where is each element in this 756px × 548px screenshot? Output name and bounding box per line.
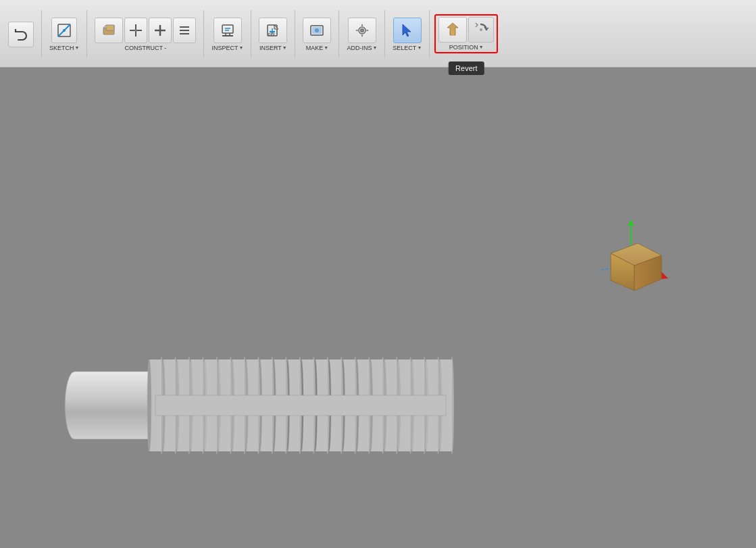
position-group: POSITION ▼ Revert: [434, 14, 498, 53]
add-ins-group: ADD-INS ▼: [344, 15, 380, 53]
worm-gear-model: [14, 270, 486, 527]
separator-8: [429, 10, 430, 57]
svg-line-5: [103, 25, 106, 28]
inspect-button[interactable]: [213, 18, 242, 43]
construct-button-4[interactable]: [173, 18, 196, 43]
svg-point-31: [480, 28, 482, 31]
svg-rect-15: [222, 25, 233, 33]
add-ins-button[interactable]: [348, 18, 376, 43]
svg-marker-107: [661, 272, 668, 279]
separator-3: [203, 10, 204, 57]
svg-rect-4: [106, 25, 114, 30]
select-label[interactable]: SELECT ▼: [393, 45, 422, 51]
orientation-cube[interactable]: [587, 216, 675, 311]
svg-point-29: [361, 29, 363, 32]
make-group: MAKE ▼: [300, 15, 334, 53]
svg-point-101: [147, 359, 151, 451]
toolbar: SKETCH ▼: [0, 0, 756, 68]
separator-4: [251, 10, 251, 57]
sketch-label[interactable]: SKETCH ▼: [49, 45, 79, 51]
separator-2: [86, 10, 87, 57]
make-button[interactable]: [303, 18, 331, 43]
separator-1: [41, 10, 42, 57]
svg-rect-103: [155, 395, 446, 416]
inspect-label[interactable]: INSPECT ▼: [211, 45, 243, 51]
undo-group: [5, 19, 36, 49]
svg-point-2: [63, 29, 66, 32]
svg-marker-105: [628, 220, 634, 226]
construct-label[interactable]: CONSTRUCT -: [125, 45, 167, 51]
svg-text:DXF: DXF: [268, 32, 275, 36]
construct-button-2[interactable]: [124, 18, 147, 43]
add-ins-label[interactable]: ADD-INS ▼: [347, 45, 377, 51]
separator-6: [338, 10, 339, 57]
sketch-group: SKETCH ▼: [47, 15, 82, 53]
svg-point-26: [315, 28, 319, 32]
select-group: SELECT ▼: [390, 15, 424, 53]
separator-5: [295, 10, 295, 57]
sketch-button[interactable]: [51, 18, 77, 43]
svg-point-9: [134, 29, 137, 32]
position-label[interactable]: POSITION ▼: [449, 44, 484, 51]
inspect-group: INSPECT ▼: [209, 15, 246, 53]
undo-button[interactable]: [8, 22, 34, 47]
select-button[interactable]: [393, 18, 422, 43]
construct-button-3[interactable]: [149, 18, 172, 43]
construct-group: CONSTRUCT -: [92, 15, 199, 53]
insert-label[interactable]: INSERT ▼: [259, 45, 287, 51]
separator-7: [384, 10, 385, 57]
construct-button-1[interactable]: [95, 18, 123, 43]
position-rotate-button[interactable]: [468, 17, 494, 43]
position-move-button[interactable]: [438, 17, 467, 43]
insert-group: DXF INSERT ▼: [256, 15, 290, 53]
insert-button[interactable]: DXF: [259, 18, 287, 43]
revert-tooltip: Revert: [449, 61, 484, 75]
make-label[interactable]: MAKE ▼: [306, 45, 328, 51]
svg-rect-30: [451, 30, 454, 35]
viewport[interactable]: [0, 68, 756, 548]
